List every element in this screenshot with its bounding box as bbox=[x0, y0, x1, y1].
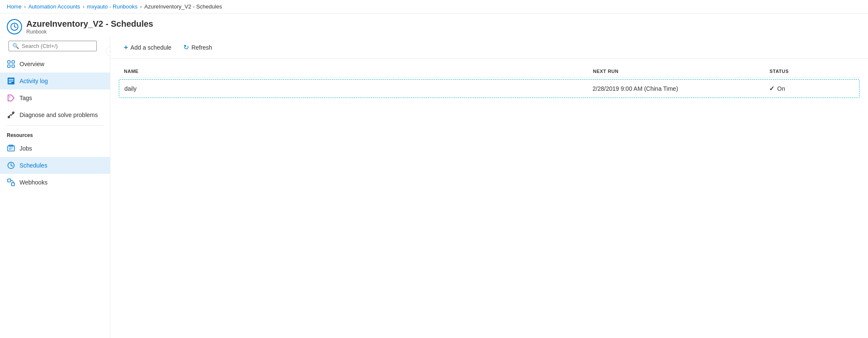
page-title: AzureInventory_V2 - Schedules bbox=[26, 19, 153, 29]
sidebar-item-diagnose[interactable]: Diagnose and solve problems bbox=[0, 106, 110, 123]
breadcrumb-runbooks[interactable]: mxyauto - Runbooks bbox=[87, 3, 138, 10]
svg-rect-9 bbox=[8, 81, 14, 81]
search-input[interactable] bbox=[22, 43, 93, 49]
cell-next-run: 2/28/2019 9:00 AM (China Time) bbox=[593, 85, 762, 92]
status-check-icon: ✓ bbox=[769, 85, 775, 92]
breadcrumb: Home › Automation Accounts › mxyauto - R… bbox=[0, 0, 868, 14]
refresh-label: Refresh bbox=[191, 44, 212, 51]
content-area: + Add a schedule ↻ Refresh NAME NEXT RUN… bbox=[110, 36, 868, 338]
sidebar-item-overview[interactable]: Overview bbox=[0, 56, 110, 73]
sidebar-collapse-button[interactable]: « bbox=[106, 46, 110, 56]
sidebar: 🔍 « Overview bbox=[0, 36, 110, 338]
sidebar-item-jobs[interactable]: Jobs bbox=[0, 140, 110, 157]
main-layout: 🔍 « Overview bbox=[0, 36, 868, 338]
cell-name: daily bbox=[124, 85, 586, 92]
search-box[interactable]: 🔍 bbox=[8, 41, 97, 51]
search-icon: 🔍 bbox=[12, 43, 19, 49]
table-area: NAME NEXT RUN STATUS daily 2/28/2019 9:0… bbox=[110, 59, 868, 338]
sidebar-item-tags-label: Tags bbox=[20, 95, 32, 101]
refresh-icon: ↻ bbox=[183, 43, 189, 51]
svg-rect-5 bbox=[8, 65, 10, 67]
sidebar-item-activity-log[interactable]: Activity log bbox=[0, 73, 110, 89]
breadcrumb-current: AzureInventory_V2 - Schedules bbox=[144, 3, 222, 10]
sidebar-item-schedules-label: Schedules bbox=[20, 162, 47, 169]
activity-log-icon bbox=[7, 77, 15, 85]
svg-rect-17 bbox=[8, 146, 14, 151]
col-header-next-run: NEXT RUN bbox=[593, 69, 763, 74]
tags-icon bbox=[7, 94, 15, 102]
jobs-icon bbox=[7, 144, 15, 153]
page-title-group: AzureInventory_V2 - Schedules Runbook bbox=[26, 19, 153, 35]
cell-status: ✓ On bbox=[769, 85, 854, 92]
status-value: On bbox=[777, 85, 785, 92]
refresh-button[interactable]: ↻ Refresh bbox=[178, 41, 217, 54]
sidebar-item-diagnose-label: Diagnose and solve problems bbox=[20, 112, 98, 118]
page-clock-icon bbox=[7, 19, 22, 34]
toolbar: + Add a schedule ↻ Refresh bbox=[110, 36, 868, 59]
add-schedule-button[interactable]: + Add a schedule bbox=[119, 41, 177, 54]
svg-rect-3 bbox=[8, 61, 10, 63]
sidebar-item-tags[interactable]: Tags bbox=[0, 89, 110, 106]
svg-rect-8 bbox=[8, 79, 14, 80]
sidebar-item-schedules[interactable]: Schedules bbox=[0, 157, 110, 174]
breadcrumb-sep-3: › bbox=[140, 4, 142, 10]
svg-rect-25 bbox=[11, 183, 14, 186]
schedules-icon bbox=[7, 161, 15, 170]
table-row[interactable]: daily 2/28/2019 9:00 AM (China Time) ✓ O… bbox=[119, 79, 860, 98]
breadcrumb-home[interactable]: Home bbox=[7, 3, 22, 10]
col-header-status: STATUS bbox=[770, 69, 854, 74]
svg-rect-4 bbox=[12, 61, 14, 63]
breadcrumb-sep-1: › bbox=[24, 4, 26, 10]
svg-line-2 bbox=[14, 27, 16, 28]
sidebar-search-row: 🔍 « bbox=[0, 36, 110, 56]
sidebar-item-webhooks-label: Webhooks bbox=[20, 179, 48, 186]
svg-rect-10 bbox=[8, 82, 11, 83]
add-schedule-label: Add a schedule bbox=[130, 44, 171, 51]
webhooks-icon bbox=[7, 178, 15, 187]
breadcrumb-automation-accounts[interactable]: Automation Accounts bbox=[28, 3, 80, 10]
sidebar-item-activity-log-label: Activity log bbox=[20, 78, 48, 84]
col-header-name: NAME bbox=[124, 69, 586, 74]
breadcrumb-sep-2: › bbox=[83, 4, 84, 10]
overview-icon bbox=[7, 60, 15, 68]
resources-section-label: Resources bbox=[0, 127, 110, 140]
diagnose-icon bbox=[7, 111, 15, 119]
svg-point-11 bbox=[9, 96, 10, 97]
add-schedule-icon: + bbox=[124, 44, 128, 51]
svg-rect-24 bbox=[8, 179, 11, 182]
sidebar-nav: Overview Activity log bbox=[0, 56, 110, 191]
sidebar-item-jobs-label: Jobs bbox=[20, 145, 32, 152]
page-subtitle: Runbook bbox=[26, 29, 153, 35]
sidebar-item-overview-label: Overview bbox=[20, 61, 44, 67]
svg-line-23 bbox=[11, 165, 13, 166]
nav-divider bbox=[7, 125, 103, 126]
svg-rect-6 bbox=[12, 65, 14, 67]
sidebar-item-webhooks[interactable]: Webhooks bbox=[0, 174, 110, 191]
table-header: NAME NEXT RUN STATUS bbox=[119, 65, 860, 78]
page-header: AzureInventory_V2 - Schedules Runbook bbox=[0, 14, 868, 36]
